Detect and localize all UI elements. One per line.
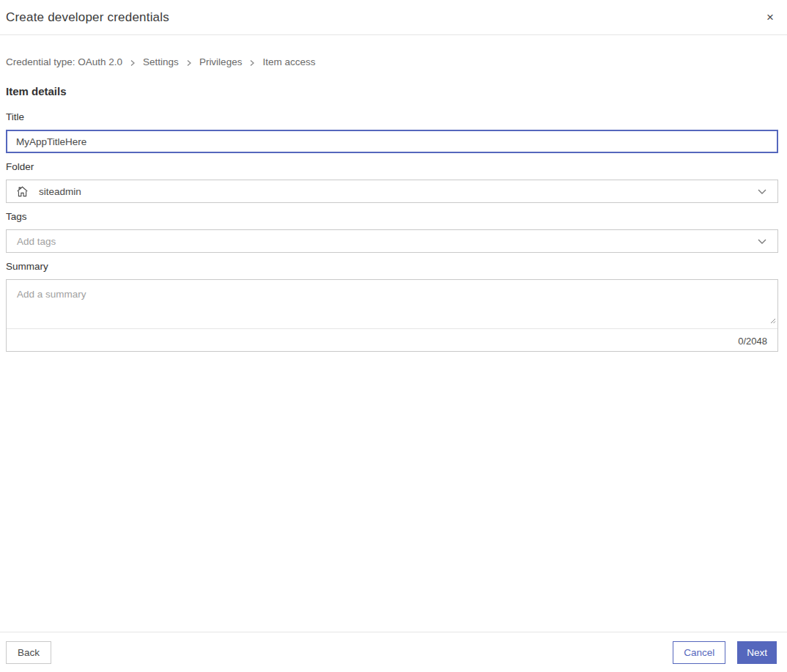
dialog-footer: Back Cancel Next <box>0 632 787 672</box>
chevron-right-icon <box>130 59 136 67</box>
summary-char-counter: 0/2048 <box>7 329 777 352</box>
chevron-down-icon <box>757 238 767 245</box>
tags-combobox[interactable]: Add tags <box>6 229 778 253</box>
dialog-title: Create developer credentials <box>6 10 169 25</box>
breadcrumb-item-access[interactable]: Item access <box>262 56 315 67</box>
title-input[interactable] <box>6 130 778 153</box>
title-label: Title <box>6 111 24 122</box>
summary-textarea[interactable] <box>7 280 777 328</box>
breadcrumb-privileges[interactable]: Privileges <box>199 56 243 67</box>
breadcrumb-credential-type[interactable]: Credential type: OAuth 2.0 <box>6 56 122 67</box>
summary-field: 0/2048 <box>6 279 778 352</box>
dialog-header: Create developer credentials × <box>0 0 787 35</box>
folder-select-value: siteadmin <box>39 186 81 197</box>
cancel-button[interactable]: Cancel <box>673 641 725 664</box>
back-button[interactable]: Back <box>6 641 51 664</box>
breadcrumb: Credential type: OAuth 2.0 Settings Priv… <box>6 56 315 67</box>
next-button[interactable]: Next <box>737 641 777 664</box>
create-developer-credentials-dialog: Create developer credentials × Credentia… <box>0 0 787 672</box>
folder-select[interactable]: siteadmin <box>6 180 778 203</box>
tags-placeholder: Add tags <box>17 236 56 247</box>
summary-label: Summary <box>6 261 48 272</box>
close-icon[interactable]: × <box>764 8 777 26</box>
home-icon <box>16 185 29 198</box>
chevron-right-icon <box>186 59 192 67</box>
chevron-down-icon <box>757 188 767 195</box>
tags-label: Tags <box>6 211 27 222</box>
folder-label: Folder <box>6 161 34 172</box>
chevron-right-icon <box>249 59 255 67</box>
section-heading-item-details: Item details <box>6 85 67 97</box>
breadcrumb-settings[interactable]: Settings <box>143 56 179 67</box>
